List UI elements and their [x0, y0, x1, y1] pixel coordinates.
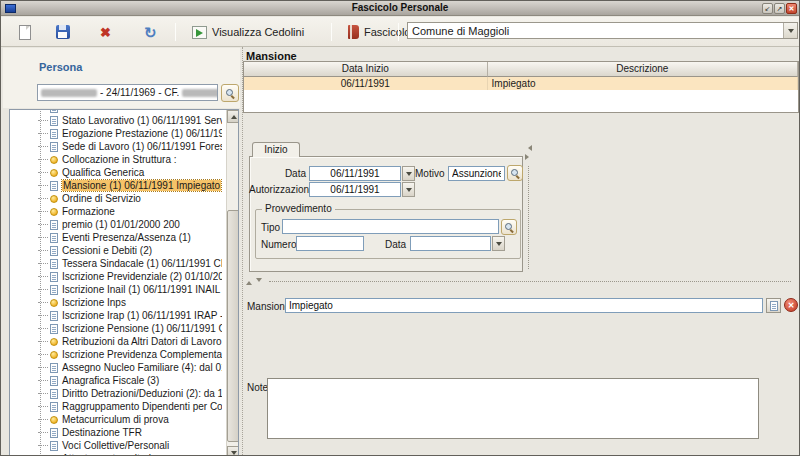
dock-right-button[interactable]: ↗: [774, 3, 785, 14]
document-icon: [50, 142, 58, 152]
title-bar: Fascicolo Personale ↙ ↗ ✕: [1, 1, 799, 16]
persona-panel: Persona - 24/11/1969 - CF.: [3, 48, 240, 108]
tree-item-label: Diritto Detrazioni/Deduzioni (2): da 1/2…: [62, 388, 222, 399]
note-textarea[interactable]: [267, 378, 759, 439]
panel-collapse-arrows[interactable]: [525, 145, 532, 160]
scroll-down-button[interactable]: [227, 446, 239, 456]
tree-item[interactable]: Ordine di Servizio: [10, 192, 222, 205]
provvedimento-data-field[interactable]: [410, 236, 491, 251]
data-inizio-field[interactable]: [309, 166, 401, 181]
tree-item-label: Iscrizione Previdenza Complementare: [62, 349, 222, 360]
motivo-label: Motivo: [415, 168, 444, 179]
tree-item[interactable]: Metacurriculum di prova: [10, 413, 222, 426]
close-button[interactable]: ✕: [786, 3, 797, 14]
tree-item-label: Cessioni e Debiti (2): [62, 245, 152, 256]
mansione-field[interactable]: [285, 298, 763, 313]
provvedimento-groupbox: [255, 209, 521, 259]
tree-item-label: Formazione: [62, 206, 115, 217]
motivo-search-button[interactable]: [507, 165, 523, 181]
tree-item[interactable]: Qualifica Generica: [10, 166, 222, 179]
grid-cell[interactable]: 06/11/1991: [244, 77, 488, 90]
dock-left-button[interactable]: ↙: [762, 3, 773, 14]
detail-horizontal-splitter-arrows[interactable]: [246, 278, 262, 285]
tree-item[interactable]: Mansione (1) 06/11/1991 Impiegato: [10, 179, 222, 192]
tree-item-label: Iscrizione Inps: [62, 297, 126, 308]
tree-item[interactable]: Retribuzioni da Altri Datori di Lavoro: [10, 335, 222, 348]
search-icon: [226, 89, 235, 98]
numero-label: Numero: [261, 239, 297, 250]
tab-inizio[interactable]: Inizio: [252, 142, 300, 157]
tree-item[interactable]: Erogazione Prestazione (1) 06/11/1991 Fu…: [10, 127, 222, 140]
tree-item[interactable]: Anagrafica Fiscale (3): [10, 374, 222, 387]
category-dot-icon: [50, 208, 58, 216]
document-icon: [50, 363, 58, 373]
provvedimento-data-dropdown[interactable]: [492, 236, 505, 251]
tree-item[interactable]: Destinazione TFR: [10, 426, 222, 439]
tree-item[interactable]: Iscrizione Inps: [10, 296, 222, 309]
collapse-right-icon: [525, 154, 532, 160]
mansione-browse-button[interactable]: [766, 298, 781, 313]
tree-item[interactable]: Iscrizione Pensione (1) 06/11/1991 CPDEL…: [10, 322, 222, 335]
search-icon: [505, 223, 514, 232]
detail-vertical-splitter[interactable]: [528, 166, 529, 269]
tree-item[interactable]: Diritto Detrazioni/Deduzioni (2): da 1/2…: [10, 387, 222, 400]
data-label: Data: [271, 168, 306, 179]
tree-item-label: premio (1) 01/01/2000 200: [62, 219, 180, 230]
delete-button[interactable]: ✖: [95, 21, 116, 43]
grid-column-header[interactable]: Descrizione: [488, 62, 798, 77]
refresh-button[interactable]: ↻: [139, 21, 162, 43]
category-dot-icon: [50, 169, 58, 177]
collapse-left-icon: [525, 145, 532, 151]
autorizzazione-calendar-dropdown[interactable]: [402, 182, 415, 197]
tree-item-label: Tessera Sindacale (1) 06/11/1991 CISL: [62, 258, 222, 269]
tree-item[interactable]: premio (1) 01/01/2000 200: [10, 218, 222, 231]
persona-search-button[interactable]: [221, 84, 239, 102]
data-calendar-dropdown[interactable]: [402, 166, 415, 181]
tree-item[interactable]: Attestamento unitario: [10, 452, 222, 456]
tree-item[interactable]: Sede di Lavoro (1) 06/11/1991 Fores: [10, 140, 222, 153]
ente-combobox[interactable]: Comune di Maggioli: [407, 22, 798, 39]
tree-item-label: Mansione (1) 06/11/1991 Impiegato: [62, 180, 221, 191]
document-icon: [50, 285, 58, 295]
tree-item[interactable]: Iscrizione Irap (1) 06/11/1991 IRAP - Im…: [10, 309, 222, 322]
tree-item[interactable]: Iscrizione Inail (1) 06/11/1991 INAIL - …: [10, 283, 222, 296]
save-button[interactable]: [51, 21, 75, 43]
tree-item[interactable]: Cessioni e Debiti (2): [10, 244, 222, 257]
provvedimento-data-label: Data: [385, 239, 406, 250]
tree-item[interactable]: Raggruppamento Dipendenti per Contabiliz…: [10, 400, 222, 413]
tree-item[interactable]: Eventi Presenza/Assenza (1): [10, 231, 222, 244]
tree-item-label: Metacurriculum di prova: [62, 414, 169, 425]
toolbar: ✖ ↻ Visualizza Cedolini Fascicolo Docume…: [1, 17, 799, 47]
tree-item[interactable]: Stato Lavorativo (1) 06/11/1991 Servizio…: [10, 114, 222, 127]
grid-selected-row[interactable]: 06/11/1991Impiegato: [244, 77, 798, 90]
scroll-up-button[interactable]: [227, 110, 239, 123]
tree-item[interactable]: Iscrizione Previdenza Complementare: [10, 348, 222, 361]
autorizzazione-label: Autorizzazione: [249, 184, 306, 195]
tree-item[interactable]: Collocazione in Struttura :: [10, 153, 222, 166]
numero-field[interactable]: [296, 236, 364, 251]
tree-item-label: Voci Collettive/Personali: [62, 440, 169, 451]
tree-item[interactable]: Formazione: [10, 205, 222, 218]
chevron-down-icon[interactable]: [783, 23, 797, 38]
new-button[interactable]: [14, 21, 36, 43]
grid-column-header[interactable]: Data Inizio: [244, 62, 488, 77]
persona-input[interactable]: - 24/11/1969 - CF.: [37, 84, 218, 101]
tree-item[interactable]: Assegno Nucleo Familiare (4): dal 01/07/…: [10, 361, 222, 374]
tree-item[interactable]: Voci Collettive/Personali: [10, 439, 222, 452]
tipo-search-button[interactable]: [501, 219, 517, 235]
category-dot-icon: [50, 351, 58, 359]
redacted-name: [41, 89, 97, 97]
autorizzazione-field[interactable]: [309, 182, 401, 197]
detail-horizontal-splitter[interactable]: [269, 281, 791, 282]
tipo-field[interactable]: [282, 219, 499, 234]
motivo-field[interactable]: [448, 166, 505, 181]
grid-cell[interactable]: Impiegato: [488, 77, 798, 90]
tree-item[interactable]: Iscrizione Previdenziale (2) 01/10/2015 …: [10, 270, 222, 283]
visualizza-cedolini-button[interactable]: Visualizza Cedolini: [187, 21, 309, 43]
provvedimento-title: Provvedimento: [262, 203, 335, 214]
tree-scrollbar[interactable]: [226, 110, 239, 456]
scrollbar-thumb[interactable]: [227, 210, 239, 442]
tree-item[interactable]: Tessera Sindacale (1) 06/11/1991 CISL: [10, 257, 222, 270]
tree-item-label: Raggruppamento Dipendenti per Contabiliz…: [62, 401, 222, 412]
mansione-clear-button[interactable]: ✕: [784, 298, 798, 312]
